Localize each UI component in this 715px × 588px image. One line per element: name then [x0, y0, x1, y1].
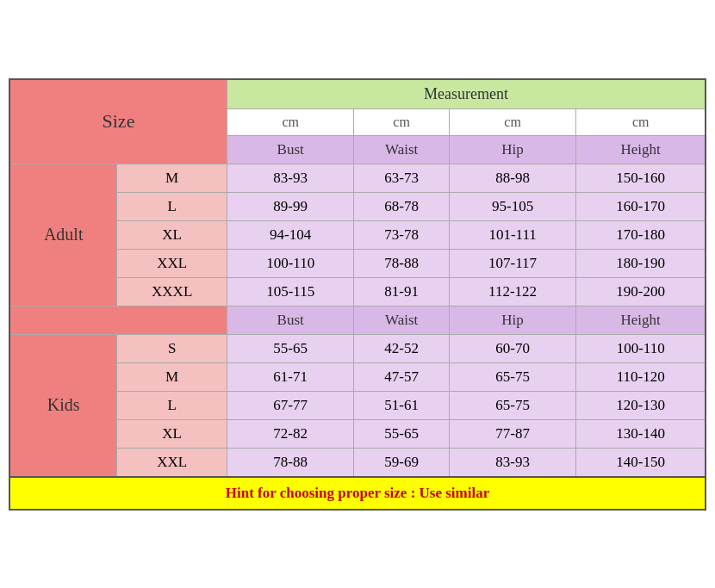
- adult-size-l: L: [117, 192, 227, 220]
- cm-bust: cm: [227, 108, 354, 135]
- col-bust-adult: Bust: [227, 135, 354, 164]
- adult-waist-xl: 73-78: [354, 220, 449, 249]
- col-bust-kids: Bust: [227, 306, 354, 334]
- col-height-kids: Height: [576, 306, 706, 334]
- kids-height-l: 120-130: [576, 391, 706, 419]
- adult-bust-xxl: 100-110: [227, 249, 354, 277]
- col-hip-adult: Hip: [449, 135, 576, 164]
- measurement-header: Measurement: [227, 79, 706, 109]
- adult-height-l: 160-170: [576, 192, 706, 220]
- cm-hip: cm: [449, 108, 576, 135]
- kids-waist-xxl: 59-69: [354, 448, 449, 477]
- kids-waist-s: 42-52: [354, 334, 449, 362]
- adult-waist-xxxl: 81-91: [354, 277, 449, 306]
- adult-bust-xl: 94-104: [227, 220, 354, 249]
- kids-height-xxl: 140-150: [576, 448, 706, 477]
- kids-hip-xl: 77-87: [449, 419, 576, 448]
- kids-label-row: Bust Waist Hip Height: [9, 306, 706, 334]
- adult-waist-m: 63-73: [354, 164, 449, 192]
- col-height-adult: Height: [576, 135, 706, 164]
- kids-hip-s: 60-70: [449, 334, 576, 362]
- adult-category: Adult: [9, 164, 117, 306]
- adult-waist-l: 68-78: [354, 192, 449, 220]
- kids-hip-l: 65-75: [449, 391, 576, 419]
- adult-height-xxl: 180-190: [576, 249, 706, 277]
- adult-hip-xxxl: 112-122: [449, 277, 576, 306]
- adult-bust-l: 89-99: [227, 192, 354, 220]
- kids-hip-xxl: 83-93: [449, 448, 576, 477]
- kids-label-spacer: [9, 306, 227, 334]
- kids-bust-l: 67-77: [227, 391, 354, 419]
- kids-bust-xxl: 78-88: [227, 448, 354, 477]
- kids-height-m: 110-120: [576, 362, 706, 391]
- adult-hip-xxl: 107-117: [449, 249, 576, 277]
- adult-waist-xxl: 78-88: [354, 249, 449, 277]
- kids-waist-l: 51-61: [354, 391, 449, 419]
- adult-size-m: M: [117, 164, 227, 192]
- kids-size-xxl: XXL: [117, 448, 227, 477]
- size-chart-wrapper: Size Measurement cm cm cm cm Bust Waist …: [0, 70, 715, 519]
- adult-row-m: Adult M 83-93 63-73 88-98 150-160: [9, 164, 706, 192]
- adult-bust-m: 83-93: [227, 164, 354, 192]
- kids-size-xl: XL: [117, 419, 227, 448]
- adult-height-xl: 170-180: [576, 220, 706, 249]
- adult-size-xxl: XXL: [117, 249, 227, 277]
- adult-size-xxxl: XXXL: [117, 277, 227, 306]
- col-waist-kids: Waist: [354, 306, 449, 334]
- col-hip-kids: Hip: [449, 306, 576, 334]
- kids-size-s: S: [117, 334, 227, 362]
- adult-hip-l: 95-105: [449, 192, 576, 220]
- kids-height-xl: 130-140: [576, 419, 706, 448]
- size-header: Size: [9, 79, 227, 164]
- size-chart-table: Size Measurement cm cm cm cm Bust Waist …: [9, 78, 706, 511]
- adult-bust-xxxl: 105-115: [227, 277, 354, 306]
- cm-height: cm: [576, 108, 706, 135]
- kids-height-s: 100-110: [576, 334, 706, 362]
- cm-waist: cm: [354, 108, 449, 135]
- kids-category: Kids: [9, 334, 117, 477]
- adult-hip-m: 88-98: [449, 164, 576, 192]
- hint-row: Hint for choosing proper size : Use simi…: [9, 477, 706, 510]
- hint-text: Hint for choosing proper size : Use simi…: [9, 477, 706, 510]
- kids-waist-xl: 55-65: [354, 419, 449, 448]
- adult-size-xl: XL: [117, 220, 227, 249]
- adult-hip-xl: 101-111: [449, 220, 576, 249]
- adult-height-xxxl: 190-200: [576, 277, 706, 306]
- adult-height-m: 150-160: [576, 164, 706, 192]
- kids-bust-s: 55-65: [227, 334, 354, 362]
- kids-size-m: M: [117, 362, 227, 391]
- kids-row-s: Kids S 55-65 42-52 60-70 100-110: [9, 334, 706, 362]
- kids-bust-xl: 72-82: [227, 419, 354, 448]
- kids-hip-m: 65-75: [449, 362, 576, 391]
- kids-bust-m: 61-71: [227, 362, 354, 391]
- kids-size-l: L: [117, 391, 227, 419]
- col-waist-adult: Waist: [354, 135, 449, 164]
- kids-waist-m: 47-57: [354, 362, 449, 391]
